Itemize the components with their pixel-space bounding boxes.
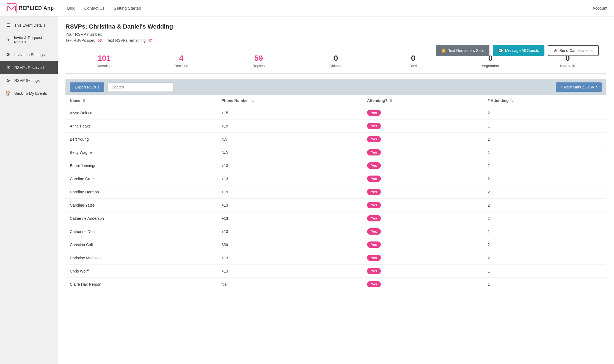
cell-name: Anne Peaks [65, 120, 217, 133]
table-row[interactable]: Caroline Harmon +19 Yes 2 [65, 185, 606, 199]
cell-count: 2 [483, 251, 606, 265]
cell-name: Caroline Cross [65, 172, 217, 185]
cell-count: 2 [483, 106, 606, 120]
text-rsvps-used-value: 53 [98, 38, 102, 43]
cell-name: Catherine Deal [65, 225, 217, 238]
cell-phone: +13 [217, 265, 363, 278]
sidebar-item-label: Invite & Request RSVPs [14, 35, 52, 44]
cell-count: 2 [483, 133, 606, 146]
rsvp-number-row: Your RSVP number: [65, 32, 606, 37]
cell-attending: Yes [363, 159, 483, 172]
table-row[interactable]: Catherine Anderson +13 Yes 2 [65, 212, 606, 225]
stat-value: 4 [143, 54, 220, 63]
table-row[interactable]: Bert Young NA Yes 2 [65, 133, 606, 146]
table-row[interactable]: Chris Wolff +13 Yes 1 [65, 265, 606, 278]
logo-icon [7, 3, 16, 13]
message-all-button[interactable]: 💬 Message All Guests [493, 45, 545, 56]
stat-item-declined: 4Declined [143, 54, 220, 68]
cell-attending: Yes [363, 251, 483, 265]
home-icon: 🏠 [5, 91, 11, 96]
sidebar-item-rsvp-settings[interactable]: ⚙ RSVP Settings [0, 74, 58, 87]
text-rsvp-row: Text RSVPs used: 53 Text RSVPs remaining… [65, 38, 606, 43]
nav-account[interactable]: Account [593, 6, 607, 10]
sidebar: ☰ This Event Details ✈ Invite & Request … [0, 16, 58, 364]
sidebar-item-back-to-my-events[interactable]: 🏠 Back To My Events [0, 87, 58, 100]
cell-name: Alysa Deluca [65, 106, 217, 120]
col-header-phone[interactable]: Phone Number ⇅ [217, 95, 363, 106]
stat-value: 101 [65, 54, 143, 63]
cell-attending: Yes [363, 133, 483, 146]
col-header-count[interactable]: # Attending ⇅ [483, 95, 606, 106]
sort-icon-count: ⇅ [511, 99, 514, 103]
cell-phone: +13 [217, 199, 363, 212]
send-cancellations-button[interactable]: ⊘ Send Cancellations [548, 45, 599, 56]
cell-phone: +13 [217, 172, 363, 185]
table-header-row: Name ⇅ Phone Number ⇅ Attending? ⇅ # Att… [65, 95, 606, 106]
sidebar-item-invitation-settings[interactable]: ⚙ Invitation Settings [0, 48, 58, 61]
stat-label: Attending [65, 64, 143, 68]
text-reminders-label: Text Reminders Sent [448, 48, 484, 53]
logo[interactable]: REPLIED App [7, 3, 54, 13]
stat-label: Vegetarian [452, 64, 529, 68]
cell-attending: Yes [363, 106, 483, 120]
cell-attending: Yes [363, 199, 483, 212]
stat-item-attending: 101Attending [65, 54, 143, 68]
cell-attending: Yes [363, 212, 483, 225]
cell-name: Bert Young [65, 133, 217, 146]
page-title: RSVPs: Christina & Daniel's Wedding [65, 23, 606, 30]
table-row[interactable]: Catherine Deal +13 Yes 1 [65, 225, 606, 238]
bell-icon: 🔔 [441, 48, 446, 53]
table-row[interactable]: Christina Call 336- Yes 2 [65, 238, 606, 251]
logo-text: REPLIED App [19, 5, 54, 11]
sort-icon-attending: ⇅ [390, 99, 392, 103]
message-all-label: Message All Guests [505, 48, 539, 53]
calendar-icon: ☰ [5, 23, 11, 28]
table-row[interactable]: Christine Madison +13 Yes 2 [65, 251, 606, 265]
sidebar-item-label: RSVPs Received [14, 65, 44, 70]
stat-value: 59 [220, 54, 297, 63]
table-row[interactable]: Alysa Deluca +15 Yes 2 [65, 106, 606, 120]
sidebar-item-invite-request-rsvps[interactable]: ✈ Invite & Request RSVPs [0, 32, 58, 48]
text-reminders-button[interactable]: 🔔 Text Reminders Sent [436, 45, 489, 56]
cell-attending: Yes [363, 185, 483, 199]
text-rsvps-remaining-label: Text RSVPs remaining: [107, 38, 147, 43]
cell-count: 1 [483, 225, 606, 238]
stat-label: Declined [143, 64, 220, 68]
attending-badge: Yes [367, 255, 381, 261]
send-icon: ✈ [5, 37, 10, 43]
cell-attending: Yes [363, 278, 483, 291]
sidebar-item-this-event-details[interactable]: ☰ This Event Details [0, 19, 58, 32]
stat-label: Chicken [297, 64, 375, 68]
col-header-attending[interactable]: Attending? ⇅ [363, 95, 483, 106]
cell-phone: +13 [217, 251, 363, 265]
attending-badge: Yes [367, 228, 381, 235]
export-rsvps-button[interactable]: Export RSVPs [70, 82, 104, 92]
table-row[interactable]: Betty Wagner N/A Yes 1 [65, 146, 606, 159]
nav-blog[interactable]: Blog [67, 6, 75, 10]
sidebar-item-label: Back To My Events [14, 91, 47, 96]
cell-phone: +13 [217, 159, 363, 172]
table-row[interactable]: Anne Peaks +19 Yes 1 [65, 120, 606, 133]
table-row[interactable]: Caroline Yates +13 Yes 2 [65, 199, 606, 212]
sidebar-item-label: This Event Details [14, 23, 45, 27]
table-row[interactable]: Caroline Cross +13 Yes 2 [65, 172, 606, 185]
nav-getting-started[interactable]: Getting Started [114, 6, 141, 10]
new-manual-rsvp-button[interactable]: + New Manual RSVP [556, 82, 602, 92]
cell-count: 2 [483, 172, 606, 185]
table-row[interactable]: Claire Hair Person Na Yes 1 [65, 278, 606, 291]
attending-badge: Yes [367, 281, 381, 287]
stat-label: Kids < 10 [529, 64, 606, 68]
search-input[interactable] [108, 82, 174, 92]
attending-badge: Yes [367, 149, 381, 155]
cell-name: Chris Wolff [65, 265, 217, 278]
cell-phone: +13 [217, 212, 363, 225]
sidebar-item-rsvps-received[interactable]: ✉ RSVPs Received [0, 61, 58, 74]
cell-name: Catherine Anderson [65, 212, 217, 225]
table-row[interactable]: Bobbi Jennings +13 Yes 2 [65, 159, 606, 172]
attending-badge: Yes [367, 268, 381, 274]
nav-contact[interactable]: Contact Us [84, 6, 104, 10]
text-rsvps-remaining-value: 47 [148, 38, 152, 43]
cell-count: 2 [483, 159, 606, 172]
cancel-icon: ⊘ [554, 48, 557, 53]
col-header-name[interactable]: Name ⇅ [65, 95, 217, 106]
